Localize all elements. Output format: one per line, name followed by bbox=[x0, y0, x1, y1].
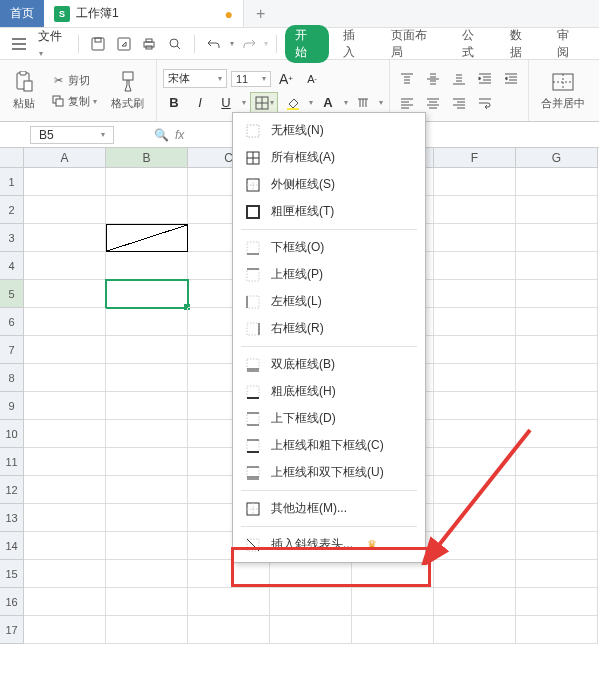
cell[interactable] bbox=[106, 616, 188, 644]
cell[interactable] bbox=[24, 532, 106, 560]
cell[interactable] bbox=[516, 448, 598, 476]
row-header[interactable]: 15 bbox=[0, 560, 24, 588]
tab-formula[interactable]: 公式 bbox=[452, 27, 496, 61]
font-size-select[interactable]: 11▾ bbox=[231, 71, 271, 87]
cell[interactable] bbox=[106, 532, 188, 560]
align-top-button[interactable] bbox=[396, 68, 418, 90]
cell[interactable] bbox=[24, 308, 106, 336]
cell[interactable] bbox=[24, 560, 106, 588]
align-center-button[interactable] bbox=[422, 92, 444, 114]
top-bottom-item[interactable]: 上下框线(D) bbox=[233, 405, 425, 432]
cell[interactable] bbox=[106, 392, 188, 420]
file-menu[interactable]: 文件▾ bbox=[34, 28, 71, 59]
cell[interactable] bbox=[516, 308, 598, 336]
select-all-corner[interactable] bbox=[0, 148, 24, 168]
column-header[interactable]: B bbox=[106, 148, 188, 168]
cell[interactable] bbox=[106, 224, 188, 252]
cell[interactable] bbox=[516, 476, 598, 504]
cell[interactable] bbox=[434, 392, 516, 420]
borders-button[interactable]: ▾ bbox=[250, 92, 278, 114]
cell[interactable] bbox=[516, 420, 598, 448]
print-preview-icon[interactable] bbox=[164, 33, 186, 55]
cell[interactable] bbox=[24, 168, 106, 196]
cell[interactable] bbox=[24, 476, 106, 504]
indent-decrease-button[interactable] bbox=[500, 68, 522, 90]
print-icon[interactable] bbox=[139, 33, 161, 55]
cut-button[interactable]: ✂剪切 bbox=[46, 70, 101, 90]
cell[interactable] bbox=[106, 196, 188, 224]
cell[interactable] bbox=[24, 336, 106, 364]
cell[interactable] bbox=[106, 364, 188, 392]
cell[interactable] bbox=[24, 224, 106, 252]
cell[interactable] bbox=[352, 588, 434, 616]
undo-icon[interactable] bbox=[203, 33, 225, 55]
row-header[interactable]: 1 bbox=[0, 168, 24, 196]
cell[interactable] bbox=[434, 476, 516, 504]
cell[interactable] bbox=[24, 252, 106, 280]
align-bottom-button[interactable] bbox=[448, 68, 470, 90]
outside-borders-item[interactable]: 外侧框线(S) bbox=[233, 171, 425, 198]
cell[interactable] bbox=[106, 252, 188, 280]
font-select[interactable]: 宋体▾ bbox=[163, 69, 227, 88]
tab-start[interactable]: 开始 bbox=[285, 25, 329, 63]
fx-icon[interactable]: fx bbox=[175, 128, 184, 142]
tab-review[interactable]: 审阅 bbox=[547, 27, 591, 61]
cell[interactable] bbox=[434, 532, 516, 560]
tab-home[interactable]: 首页 bbox=[0, 0, 44, 27]
no-border-item[interactable]: 无框线(N) bbox=[233, 117, 425, 144]
cell[interactable] bbox=[106, 448, 188, 476]
cell[interactable] bbox=[24, 504, 106, 532]
row-header[interactable]: 9 bbox=[0, 392, 24, 420]
align-right-button[interactable] bbox=[448, 92, 470, 114]
cell[interactable] bbox=[188, 616, 270, 644]
cell[interactable] bbox=[434, 280, 516, 308]
cell[interactable] bbox=[270, 588, 352, 616]
font-color-button[interactable]: A bbox=[317, 92, 339, 114]
more-borders-item[interactable]: 其他边框(M)... bbox=[233, 495, 425, 522]
cell[interactable] bbox=[24, 364, 106, 392]
row-header[interactable]: 11 bbox=[0, 448, 24, 476]
row-header[interactable]: 12 bbox=[0, 476, 24, 504]
all-borders-item[interactable]: 所有框线(A) bbox=[233, 144, 425, 171]
row-header[interactable]: 3 bbox=[0, 224, 24, 252]
cell[interactable] bbox=[434, 196, 516, 224]
merge-center-button[interactable]: 合并居中 bbox=[535, 68, 591, 113]
insert-diagonal-header-item[interactable]: 插入斜线表头...♛ bbox=[233, 531, 425, 558]
cell[interactable] bbox=[516, 252, 598, 280]
cell[interactable] bbox=[270, 616, 352, 644]
cell[interactable] bbox=[106, 280, 188, 308]
cell[interactable] bbox=[516, 560, 598, 588]
phonetic-button[interactable] bbox=[352, 92, 374, 114]
thick-box-item[interactable]: 粗匣框线(T) bbox=[233, 198, 425, 225]
row-header[interactable]: 8 bbox=[0, 364, 24, 392]
top-thick-bottom-item[interactable]: 上框线和粗下框线(C) bbox=[233, 432, 425, 459]
format-painter-button[interactable]: 格式刷 bbox=[105, 68, 150, 113]
cell[interactable] bbox=[434, 616, 516, 644]
row-header[interactable]: 5 bbox=[0, 280, 24, 308]
cell[interactable] bbox=[106, 168, 188, 196]
row-header[interactable]: 6 bbox=[0, 308, 24, 336]
italic-button[interactable]: I bbox=[189, 92, 211, 114]
cell[interactable] bbox=[188, 560, 270, 588]
increase-font-button[interactable]: A+ bbox=[275, 68, 297, 90]
cell-reference-input[interactable]: B5▾ bbox=[30, 126, 114, 144]
cell[interactable] bbox=[434, 336, 516, 364]
cell[interactable] bbox=[24, 616, 106, 644]
left-border-item[interactable]: 左框线(L) bbox=[233, 288, 425, 315]
cell[interactable] bbox=[434, 168, 516, 196]
save-as-icon[interactable] bbox=[113, 33, 135, 55]
cell[interactable] bbox=[516, 196, 598, 224]
hamburger-icon[interactable] bbox=[8, 33, 30, 55]
cell[interactable] bbox=[434, 420, 516, 448]
cell[interactable] bbox=[434, 308, 516, 336]
indent-increase-button[interactable] bbox=[474, 68, 496, 90]
row-header[interactable]: 7 bbox=[0, 336, 24, 364]
row-header[interactable]: 13 bbox=[0, 504, 24, 532]
cell[interactable] bbox=[106, 308, 188, 336]
add-tab-button[interactable]: + bbox=[244, 5, 277, 23]
cell[interactable] bbox=[24, 588, 106, 616]
cell[interactable] bbox=[106, 560, 188, 588]
right-border-item[interactable]: 右框线(R) bbox=[233, 315, 425, 342]
copy-button[interactable]: 复制▾ bbox=[46, 91, 101, 111]
cell[interactable] bbox=[434, 252, 516, 280]
